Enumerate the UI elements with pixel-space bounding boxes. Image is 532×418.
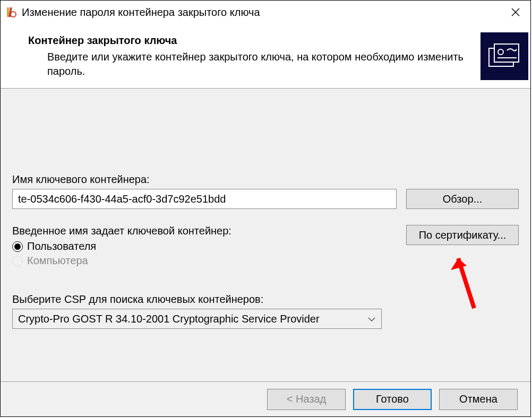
radio-computer-row: Компьютера <box>12 255 406 267</box>
csp-select[interactable]: Crypto-Pro GOST R 34.10-2001 Cryptograph… <box>12 309 382 329</box>
close-button[interactable] <box>505 2 526 23</box>
back-button: < Назад <box>267 389 346 410</box>
window-title: Изменение пароля контейнера закрытого кл… <box>22 6 505 19</box>
svg-point-2 <box>11 12 16 17</box>
radio-user[interactable] <box>12 241 23 252</box>
header-description: Введите или укажите контейнер закрытого … <box>28 50 470 79</box>
radio-user-label[interactable]: Пользователя <box>27 240 96 252</box>
certificate-icon <box>480 32 528 80</box>
app-icon <box>5 6 18 19</box>
titlebar: Изменение пароля контейнера закрытого кл… <box>1 1 530 24</box>
radio-user-row: Пользователя <box>12 240 406 252</box>
wizard-footer: < Назад Готово Отмена <box>1 381 530 416</box>
header-title: Контейнер закрытого ключа <box>28 34 470 47</box>
content-area: Имя ключевого контейнера: Обзор... Введе… <box>1 89 530 381</box>
cancel-button[interactable]: Отмена <box>439 389 518 410</box>
radio-computer-label: Компьютера <box>27 255 88 267</box>
browse-button[interactable]: Обзор... <box>406 189 519 209</box>
by-certificate-button[interactable]: По сертификату... <box>406 225 519 245</box>
csp-label: Выберите CSP для поиска ключевых контейн… <box>12 293 519 306</box>
radio-computer <box>12 256 23 266</box>
csp-group: Выберите CSP для поиска ключевых контейн… <box>12 293 519 339</box>
dialog-window: Изменение пароля контейнера закрытого кл… <box>0 0 531 417</box>
finish-button[interactable]: Готово <box>353 389 432 410</box>
container-name-group: Имя ключевого контейнера: Обзор... <box>12 173 519 209</box>
scope-label: Введенное имя задает ключевой контейнер: <box>12 225 406 237</box>
svg-rect-0 <box>7 7 9 17</box>
container-name-label: Имя ключевого контейнера: <box>12 173 519 186</box>
container-name-input[interactable] <box>12 189 397 209</box>
wizard-header: Контейнер закрытого ключа Введите или ук… <box>1 24 530 89</box>
